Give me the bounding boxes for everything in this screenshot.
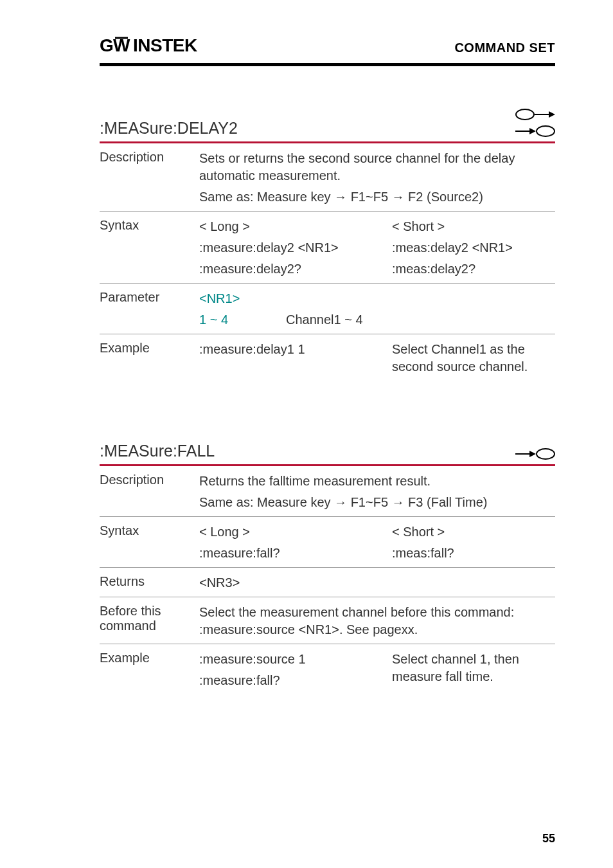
query-icon [515, 125, 555, 138]
brand-logo: G W INSTEK [100, 35, 218, 60]
command-heading-row: :MEASure:FALL [100, 442, 555, 466]
definition-table: Description Sets or returns the second s… [100, 143, 555, 381]
row-content: < Long > :measure:fall? < Short > :meas:… [199, 523, 555, 562]
page-header: G W INSTEK COMMAND SET [100, 35, 555, 66]
row-content: <NR3> [199, 574, 555, 592]
row-label: Syntax [100, 218, 199, 278]
row-label: Parameter [100, 290, 199, 329]
svg-point-12 [537, 449, 555, 459]
row-label: Description [100, 473, 199, 511]
svg-marker-6 [549, 111, 555, 118]
svg-point-4 [516, 109, 534, 120]
command-title: :MEASure:FALL [100, 442, 215, 460]
row-content: Sets or returns the second source channe… [199, 150, 555, 206]
page-number: 55 [542, 832, 555, 845]
row-content: Returns the falltime measurement result.… [199, 473, 555, 511]
row-content: Select the measurement channel before th… [199, 604, 555, 638]
svg-point-9 [537, 126, 555, 136]
row-content: < Long > :measure:delay2 <NR1> :measure:… [199, 218, 555, 278]
row-content: <NR1> 1 ~ 4 Channel1 ~ 4 [199, 290, 555, 329]
row-label: Description [100, 150, 199, 206]
header-section-title: COMMAND SET [454, 41, 555, 55]
row-label: Returns [100, 574, 199, 592]
query-icon [515, 448, 555, 460]
command-icons [515, 108, 555, 138]
row-label: Example [100, 341, 199, 375]
row-content: :measure:delay1 1 Select Channel1 as the… [199, 341, 555, 375]
row-label: Example [100, 651, 199, 689]
svg-text:G: G [100, 35, 113, 55]
definition-table: Description Returns the falltime measure… [100, 466, 555, 694]
row-label: Syntax [100, 523, 199, 562]
command-icons [515, 448, 555, 460]
svg-marker-11 [529, 451, 536, 457]
command-title: :MEASure:DELAY2 [100, 119, 238, 138]
svg-text:INSTEK: INSTEK [133, 35, 197, 55]
row-label: Before this command [100, 604, 199, 638]
set-icon [515, 108, 555, 121]
command-heading-row: :MEASure:DELAY2 [100, 108, 555, 143]
row-content: :measure:source 1 :measure:fall? Select … [199, 651, 555, 689]
svg-marker-8 [529, 128, 536, 134]
